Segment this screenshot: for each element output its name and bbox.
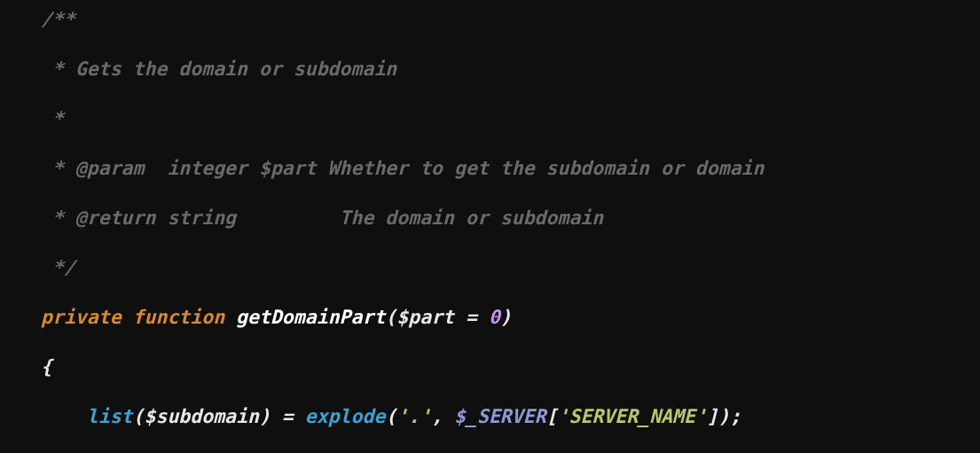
- function-name: getDomainPart: [236, 306, 385, 328]
- param-part: $part: [396, 306, 454, 328]
- string-servername: 'SERVER_NAME': [558, 405, 707, 427]
- docblock-line: *: [41, 107, 64, 129]
- call-explode: explode: [305, 405, 386, 427]
- docblock-line: /**: [41, 8, 75, 30]
- keyword-function: function: [133, 306, 225, 328]
- code-block: /** * Gets the domain or subdomain * * @…: [0, 0, 980, 453]
- keyword-private: private: [41, 306, 122, 328]
- literal-zero: 0: [489, 306, 500, 328]
- call-list: list: [87, 405, 133, 427]
- docblock-line: * Gets the domain or subdomain: [41, 58, 396, 80]
- var-subdomain: $subdomain: [145, 405, 259, 427]
- string-dot: '.': [396, 405, 431, 427]
- docblock-line: * @param integer $part Whether to get th…: [41, 157, 764, 179]
- brace-open: {: [41, 355, 52, 378]
- docblock-line: */: [41, 256, 75, 278]
- docblock-line: * @return string The domain or subdomain: [41, 207, 603, 229]
- superglobal-server: $_SERVER: [454, 405, 546, 427]
